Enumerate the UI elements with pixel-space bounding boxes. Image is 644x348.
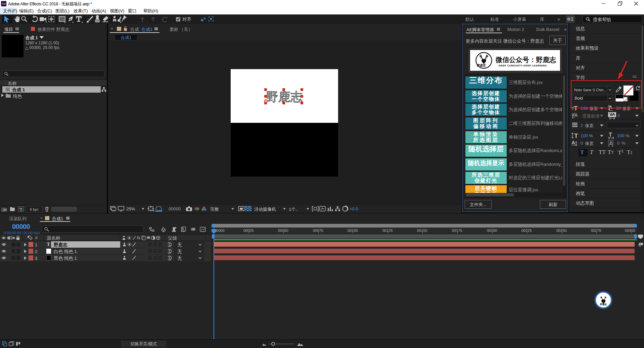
svg-text:a: a — [575, 140, 577, 144]
svg-text:A: A — [574, 112, 578, 118]
svg-text:T: T — [609, 132, 612, 138]
svg-text:あ: あ — [609, 140, 613, 145]
svg-text:#: # — [35, 236, 38, 240]
svg-text:T: T — [574, 132, 578, 139]
svg-text:野鹿志: 野鹿志 — [476, 63, 487, 67]
svg-text:对齐: 对齐 — [182, 17, 191, 22]
svg-text:野鹿志: 野鹿志 — [600, 303, 607, 306]
svg-text:源名称: 源名称 — [47, 236, 60, 241]
svg-text:A: A — [571, 140, 575, 145]
svg-text:父级: 父级 — [168, 236, 177, 241]
svg-text:fx: fx — [137, 236, 140, 240]
